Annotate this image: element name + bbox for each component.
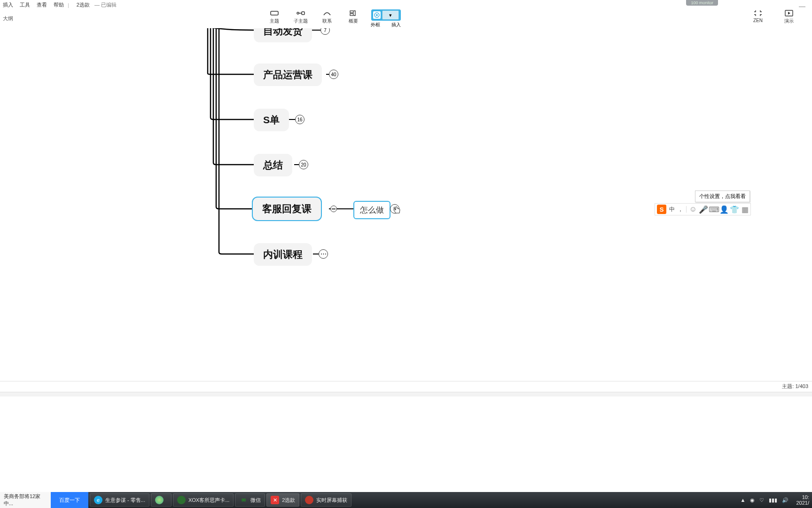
taskbar-clock[interactable]: 10: 2021/ bbox=[793, 494, 812, 506]
present-button[interactable]: 演示 bbox=[780, 9, 798, 24]
node-customer-reply[interactable]: 客服回复课 bbox=[252, 197, 322, 221]
sogou-icon[interactable]: S bbox=[657, 205, 666, 214]
taskbar-xox[interactable]: XOX客所思声卡... bbox=[173, 493, 234, 507]
windows-taskbar: 美商务部将12家中... 百度一下 e 生意参谋 - 零售... XOX客所思声… bbox=[0, 492, 812, 508]
node-s-order-count[interactable]: 16 bbox=[295, 115, 304, 124]
relationship-label: 联系 bbox=[322, 18, 332, 24]
menu-help[interactable]: 帮助 bbox=[54, 1, 64, 8]
edge-icon: e bbox=[94, 496, 102, 504]
wechat-icon: ✉ bbox=[239, 496, 248, 504]
node-internal-training-count[interactable]: ⋯ bbox=[319, 249, 328, 259]
subtopic-icon bbox=[296, 9, 305, 17]
collapse-toggle[interactable] bbox=[330, 206, 337, 212]
svg-rect-3 bbox=[302, 12, 304, 15]
boundary-button[interactable]: ▾ 外框 插入 bbox=[371, 9, 401, 28]
ime-punct[interactable]: ， bbox=[678, 206, 683, 214]
svg-rect-0 bbox=[271, 11, 278, 15]
taskbar-screen-capture[interactable]: 实时屏幕捕获 bbox=[301, 493, 351, 507]
boundary-icon bbox=[373, 11, 381, 19]
subtopic-button[interactable]: 子主题 bbox=[292, 9, 310, 24]
toolbar-center: 主题 子主题 联系 概要 ▾ 外框 插入 bbox=[265, 9, 401, 28]
taskbar-baidu-button[interactable]: 百度一下 bbox=[51, 492, 88, 508]
zen-button[interactable]: ZEN bbox=[749, 9, 767, 24]
menu-view[interactable]: 查看 bbox=[37, 1, 47, 8]
system-tray[interactable]: ▲ ◉ ♡ ▮▮▮ 🔊 bbox=[736, 497, 794, 503]
node-product-ops-count[interactable]: 40 bbox=[329, 70, 338, 79]
menu-insert[interactable]: 插入 bbox=[3, 1, 13, 8]
topic-icon bbox=[270, 9, 279, 17]
topic-counter: 主题: 1/403 bbox=[782, 383, 808, 390]
ime-tooltip[interactable]: 个性设置，点我看看 bbox=[695, 190, 750, 202]
summary-label: 概要 bbox=[349, 18, 358, 24]
node-product-ops[interactable]: 产品运营课 bbox=[254, 64, 322, 86]
mic-icon[interactable]: 🎤 bbox=[700, 206, 707, 213]
outline-label[interactable]: 大纲 bbox=[0, 15, 13, 22]
ime-sep bbox=[686, 206, 687, 213]
ime-toolbar[interactable]: S 中 ， ☺ 🎤 ⌨ 👤 👕 ▦ bbox=[655, 203, 751, 215]
tray-volume-icon[interactable]: 🔊 bbox=[782, 497, 789, 503]
recorder-pill: 100 monitor bbox=[686, 0, 718, 6]
taskbar-xmind[interactable]: ✕ 2选款 bbox=[266, 493, 299, 507]
topic-label: 主题 bbox=[270, 18, 279, 24]
document-tab[interactable]: 2选款 bbox=[77, 1, 90, 8]
insert-label: 插入 bbox=[391, 22, 401, 28]
window-minimize-icon[interactable]: — bbox=[799, 2, 805, 10]
present-label: 演示 bbox=[784, 18, 794, 24]
taskbar-app2[interactable] bbox=[151, 493, 172, 507]
present-icon bbox=[784, 9, 794, 17]
tray-browser-icon[interactable]: ◉ bbox=[750, 497, 755, 503]
toolbar-right: ZEN 演示 bbox=[749, 9, 798, 24]
tray-chevron-icon[interactable]: ▲ bbox=[741, 497, 746, 503]
xmind-icon: ✕ bbox=[271, 496, 279, 504]
relationship-button[interactable]: 联系 bbox=[318, 9, 336, 24]
tray-signal-icon[interactable]: ▮▮▮ bbox=[769, 497, 777, 503]
insert-dropdown[interactable]: ▾ bbox=[382, 10, 399, 20]
relationship-icon bbox=[322, 9, 332, 17]
node-auto-ship[interactable]: 自动发货 bbox=[254, 28, 312, 42]
globe-icon bbox=[155, 496, 164, 504]
emoji-icon[interactable]: ☺ bbox=[689, 206, 697, 213]
summary-icon bbox=[349, 9, 358, 17]
svg-rect-4 bbox=[350, 11, 353, 13]
xox-icon bbox=[177, 496, 186, 504]
cursor-hand-icon bbox=[393, 206, 401, 214]
taskbar-browser[interactable]: e 生意参谋 - 零售... bbox=[90, 493, 149, 507]
taskbar-wechat[interactable]: ✉ 微信 bbox=[235, 493, 265, 507]
subnode-howto[interactable]: 怎么做 bbox=[353, 201, 390, 219]
taskbar-news[interactable]: 美商务部将12家中... bbox=[0, 492, 51, 508]
grid-icon[interactable]: ▦ bbox=[741, 206, 749, 213]
zen-label: ZEN bbox=[753, 18, 763, 23]
summary-button[interactable]: 概要 bbox=[344, 9, 362, 24]
svg-point-1 bbox=[297, 12, 299, 14]
boundary-label: 外框 bbox=[371, 22, 380, 28]
svg-rect-5 bbox=[350, 14, 353, 16]
menu-tools[interactable]: 工具 bbox=[20, 1, 30, 8]
svg-point-6 bbox=[376, 14, 378, 16]
node-internal-training[interactable]: 内训课程 bbox=[254, 243, 312, 266]
subtopic-label: 子主题 bbox=[294, 18, 308, 24]
window-bottom-border bbox=[0, 392, 812, 397]
secondary-bar: 大纲 bbox=[0, 8, 812, 28]
topic-button[interactable]: 主题 bbox=[265, 9, 283, 24]
keyboard-icon[interactable]: ⌨ bbox=[710, 206, 718, 213]
ime-lang[interactable]: 中 bbox=[669, 206, 675, 214]
menu-separator: | bbox=[68, 2, 69, 8]
node-s-order[interactable]: S单 bbox=[254, 109, 289, 131]
statusbar: 主题: 1/403 bbox=[0, 381, 812, 391]
document-status: — 已编辑 bbox=[94, 1, 117, 8]
zen-icon bbox=[753, 9, 763, 17]
node-summary-count[interactable]: 20 bbox=[299, 160, 308, 169]
tray-shield-icon[interactable]: ♡ bbox=[759, 497, 764, 503]
shirt-icon[interactable]: 👕 bbox=[731, 206, 738, 213]
node-summary[interactable]: 总结 bbox=[254, 154, 292, 176]
user-icon[interactable]: 👤 bbox=[720, 206, 728, 213]
record-icon bbox=[305, 496, 313, 504]
